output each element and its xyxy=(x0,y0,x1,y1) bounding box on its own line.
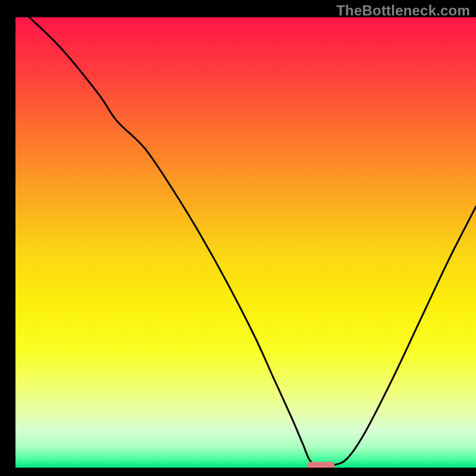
chart-frame: TheBottleneck.com xyxy=(15,0,476,468)
watermark-text: TheBottleneck.com xyxy=(336,2,470,19)
optimal-marker xyxy=(307,462,334,468)
gradient-background xyxy=(15,17,476,468)
bottleneck-chart xyxy=(15,0,476,468)
